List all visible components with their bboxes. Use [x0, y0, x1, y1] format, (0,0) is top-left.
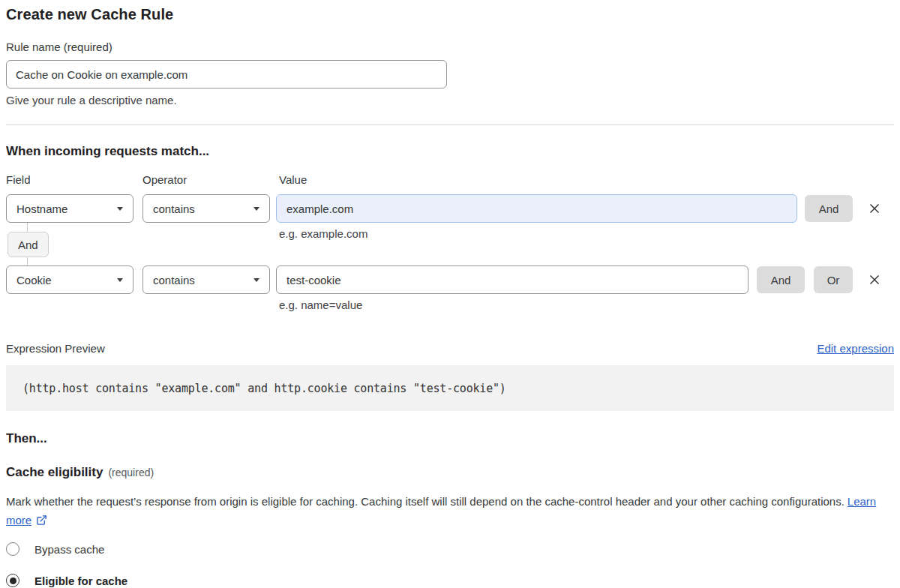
operator-select-row2-value: contains	[153, 274, 195, 286]
cache-eligibility-heading-row: Cache eligibility (required)	[6, 464, 894, 481]
and-button-row2[interactable]: And	[757, 266, 805, 293]
field-select-row2[interactable]: Cookie	[6, 266, 134, 294]
connector-and-badge[interactable]: And	[8, 232, 49, 257]
chevron-down-icon	[254, 207, 260, 211]
field-select-row1-value: Hostname	[16, 202, 68, 215]
expression-code-block: (http.host contains "example.com" and ht…	[6, 365, 894, 411]
operator-select-row1[interactable]: contains	[142, 194, 270, 223]
value-column-label: Value	[279, 173, 894, 187]
operator-select-row1-value: contains	[153, 202, 195, 215]
field-select-row2-value: Cookie	[16, 274, 52, 286]
value-input-row2[interactable]	[276, 266, 748, 294]
value-hint-row2: e.g. name=value	[279, 298, 894, 311]
radio-label-eligible: Eligible for cache	[34, 574, 128, 587]
value-hint-row1: e.g. example.com	[279, 227, 368, 240]
or-button-row2[interactable]: Or	[814, 266, 853, 293]
chevron-down-icon	[117, 207, 123, 211]
close-icon	[867, 201, 882, 216]
radio-label-bypass: Bypass cache	[34, 543, 104, 556]
rule-name-helper: Give your rule a descriptive name.	[6, 94, 894, 106]
operator-select-row2[interactable]: contains	[142, 266, 270, 294]
field-select-row1[interactable]: Hostname	[6, 194, 134, 223]
radio-option-eligible-for-cache[interactable]: Eligible for cache	[6, 574, 894, 587]
then-heading: Then...	[6, 430, 894, 447]
description-text: Mark whether the request’s response from…	[6, 495, 844, 508]
expression-preview-label: Expression Preview	[6, 341, 105, 356]
cache-eligibility-heading: Cache eligibility	[6, 464, 103, 481]
edit-expression-link[interactable]: Edit expression	[817, 341, 894, 356]
match-row-1: Hostname contains And	[6, 194, 894, 223]
page-title: Create new Cache Rule	[6, 4, 894, 24]
match-row-2: Cookie contains And Or	[6, 266, 894, 294]
rule-name-label: Rule name (required)	[6, 40, 894, 54]
cache-eligibility-description: Mark whether the request’s response from…	[6, 492, 880, 530]
radio-option-bypass-cache[interactable]: Bypass cache	[6, 542, 894, 556]
field-column-label: Field	[6, 173, 142, 187]
required-note: (required)	[108, 466, 154, 478]
match-heading: When incoming requests match...	[6, 143, 894, 160]
section-divider	[6, 124, 894, 125]
external-link-icon	[36, 514, 47, 526]
cache-eligibility-options: Bypass cache Eligible for cache	[6, 542, 894, 587]
match-column-labels: Field Operator Value	[6, 173, 894, 187]
match-section: When incoming requests match... Field Op…	[6, 143, 894, 311]
chevron-down-icon	[254, 278, 260, 282]
rule-name-section: Rule name (required) Give your rule a de…	[6, 40, 894, 106]
radio-unselected-icon[interactable]	[6, 542, 20, 556]
expression-preview-header: Expression Preview Edit expression	[6, 341, 894, 356]
chevron-down-icon	[117, 278, 123, 282]
create-cache-rule-page: Create new Cache Rule Rule name (require…	[0, 0, 900, 587]
remove-row1-button[interactable]	[866, 200, 883, 217]
radio-selected-icon[interactable]	[6, 574, 20, 587]
remove-row2-button[interactable]	[866, 272, 883, 288]
operator-column-label: Operator	[142, 173, 279, 187]
row-connector-area: And e.g. example.com	[6, 223, 894, 266]
value-input-row1[interactable]	[276, 194, 797, 223]
and-button-row1[interactable]: And	[805, 195, 853, 222]
rule-name-input[interactable]	[6, 60, 447, 88]
close-icon	[867, 272, 882, 287]
